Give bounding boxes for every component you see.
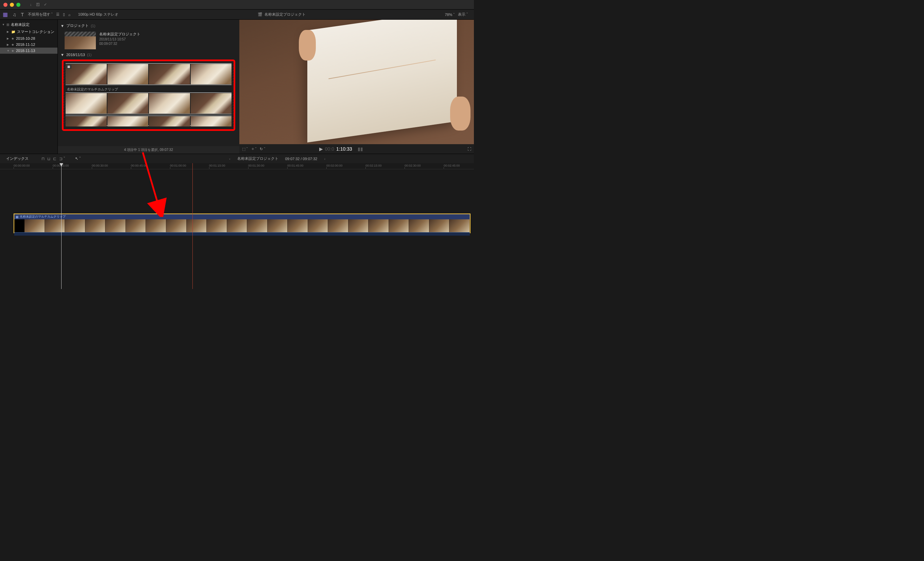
section-count: (1) xyxy=(87,53,92,57)
clip-thumb[interactable] xyxy=(107,64,148,84)
timeline-toolbar: インデックス ⊓ ⊔ ⊏ ⊐ ˇ ↖ ˇ ‹ 名称未設定プロジェクト 09:07… xyxy=(0,154,474,163)
ruler-tick: 00:01:15:00 xyxy=(209,164,225,167)
clip-thumb[interactable] xyxy=(191,64,232,84)
close-window-button[interactable] xyxy=(3,3,8,7)
prev-project-icon[interactable]: ‹ xyxy=(229,157,231,161)
browser-section-date[interactable]: ▼ 2018/11/13 (1) xyxy=(60,51,237,58)
ruler-tick: 00:02:30:00 xyxy=(405,164,421,167)
sidebar-library[interactable]: ▼ ⊞ 名称未設定 xyxy=(0,21,57,28)
clip-thumb[interactable] xyxy=(149,93,190,114)
list-view-icon[interactable]: ▯ xyxy=(63,12,65,16)
browser-section-projects[interactable]: ▼ プロジェクト (1) xyxy=(60,22,237,30)
append-clip-icon[interactable]: ⊏ xyxy=(53,156,56,161)
zoom-dropdown[interactable]: 78% ˇ xyxy=(445,13,454,16)
titlebar-icons: ↓ ⚿ ✓ xyxy=(30,2,47,7)
project-duration: 00:09:07:32 xyxy=(99,42,140,45)
event-icon: ★ xyxy=(11,37,14,40)
checkmark-icon[interactable]: ✓ xyxy=(44,2,47,7)
insert-clip-icon[interactable]: ⊔ xyxy=(47,156,50,161)
timeline[interactable]: 00:00:00:0000:00:15:0000:00:30:0000:00:4… xyxy=(0,163,474,289)
preview-content xyxy=(450,96,471,130)
titles-icon[interactable]: T xyxy=(21,12,24,17)
event-icon: ★ xyxy=(11,49,14,53)
timeline-thumb xyxy=(14,219,24,232)
timeline-thumb xyxy=(449,219,470,232)
project-date: 2018/11/13 10:57 xyxy=(99,38,140,41)
enhance-dropdown[interactable]: ✧ ˇ xyxy=(251,147,256,151)
timeline-thumb xyxy=(308,219,328,232)
maximize-window-button[interactable] xyxy=(16,3,20,7)
event-icon: ★ xyxy=(11,43,14,46)
clip-thumb[interactable] xyxy=(66,116,107,126)
multicam-icon: ▦ xyxy=(16,215,19,219)
browser-status-bar: 4 項目中 1 項目を選択, 09:07:32 xyxy=(58,146,239,154)
clip-thumb[interactable] xyxy=(191,116,232,126)
retime-dropdown[interactable]: ↻ ˇ xyxy=(260,147,265,151)
timeline-thumb xyxy=(429,219,450,232)
clip-thumb[interactable] xyxy=(149,116,190,126)
timecode-display[interactable]: ▶ 00:01:10:33 ▮▮ xyxy=(319,146,363,152)
sidebar-item-event[interactable]: ▶ ★ 2018-11-12 xyxy=(0,42,57,48)
track-area[interactable]: ▦ 名称未設定のマルチカムクリップ xyxy=(0,170,474,282)
photos-icon[interactable]: ♫ xyxy=(13,12,16,17)
key-icon[interactable]: ⚿ xyxy=(36,2,40,7)
timeline-thumb xyxy=(65,219,86,232)
timeline-thumb xyxy=(348,219,369,232)
timeline-clip[interactable]: ▦ 名称未設定のマルチカムクリップ xyxy=(14,213,471,233)
index-button[interactable]: インデックス xyxy=(3,155,31,162)
timeline-thumb xyxy=(328,219,348,232)
disclosure-triangle-icon[interactable]: ▼ xyxy=(2,23,5,26)
viewer-title-label: 名称未設定プロジェクト xyxy=(264,12,306,17)
clip-name-label: 名称未設定のマルチカムクリップ xyxy=(66,86,231,93)
clip-filmstrip[interactable]: ▦ xyxy=(66,63,231,85)
disclosure-triangle-icon[interactable]: ▶ xyxy=(7,43,9,46)
highlighted-clips-annotation: ▦ 名称未設定のマルチカムクリップ xyxy=(62,60,235,131)
search-icon[interactable]: ⌕ xyxy=(68,13,71,16)
project-item[interactable]: 名称未設定プロジェクト 2018/11/13 10:57 00:09:07:32 xyxy=(60,30,237,51)
arrow-down-icon[interactable]: ↓ xyxy=(30,2,32,7)
clip-thumb[interactable] xyxy=(66,93,107,114)
timeline-thumb xyxy=(267,219,288,232)
connect-clip-icon[interactable]: ⊓ xyxy=(42,156,45,161)
minimize-window-button[interactable] xyxy=(10,3,14,7)
transform-tool-dropdown[interactable]: ⬚ ˇ xyxy=(242,147,248,151)
project-thumbnail[interactable] xyxy=(64,32,96,49)
sidebar-item-event[interactable]: ▼ ★ 2018-11-13 xyxy=(0,48,57,54)
audio-waveform[interactable] xyxy=(14,232,470,236)
sidebar-item-smart-collection[interactable]: ▶ 📁 スマートコレクション xyxy=(0,28,57,35)
sidebar-item-label: 2018-11-12 xyxy=(16,42,35,46)
disclosure-triangle-icon[interactable]: ▼ xyxy=(7,49,9,52)
playhead[interactable] xyxy=(61,163,62,289)
disclosure-triangle-icon[interactable]: ▶ xyxy=(7,37,9,40)
clapperboard-icon: 🎬 xyxy=(258,12,262,16)
clip-thumb[interactable] xyxy=(191,93,232,114)
clip-thumb[interactable] xyxy=(149,64,190,84)
section-count: (1) xyxy=(91,24,95,28)
timeline-thumb xyxy=(166,219,187,232)
clip-appearance-icon[interactable]: ☰ xyxy=(56,12,60,16)
clip-thumb[interactable] xyxy=(107,116,148,126)
project-name: 名称未設定プロジェクト xyxy=(99,32,140,37)
window-titlebar: ↓ ⚿ ✓ xyxy=(0,0,474,9)
next-project-icon[interactable]: › xyxy=(324,157,326,161)
timeline-thumb xyxy=(45,219,65,232)
sidebar-item-event[interactable]: ▶ ★ 2018-10-28 xyxy=(0,35,57,42)
disclosure-triangle-icon[interactable]: ▼ xyxy=(60,24,64,28)
clip-filmstrip[interactable] xyxy=(66,116,231,126)
disclosure-triangle-icon[interactable]: ▶ xyxy=(7,30,9,33)
clip-thumb[interactable]: ▦ xyxy=(66,64,107,84)
overwrite-clip-icon[interactable]: ⊐ ˇ xyxy=(59,156,65,161)
clip-thumb[interactable] xyxy=(107,93,148,114)
timeline-thumb xyxy=(126,219,146,232)
disclosure-triangle-icon[interactable]: ▼ xyxy=(60,53,64,57)
view-dropdown[interactable]: 表示 ˇ xyxy=(458,12,468,17)
hide-rejected-dropdown[interactable]: 不採用を隠す ˇ xyxy=(28,12,53,17)
library-icon[interactable]: ▦ xyxy=(3,11,8,18)
select-tool-dropdown[interactable]: ↖ ˇ xyxy=(75,156,81,161)
timeline-ruler[interactable]: 00:00:00:0000:00:15:0000:00:30:0000:00:4… xyxy=(0,163,474,170)
timeline-thumb xyxy=(409,219,429,232)
viewer-canvas[interactable] xyxy=(239,20,474,144)
clip-filmstrip[interactable] xyxy=(66,93,231,114)
ruler-tick: 00:02:00:00 xyxy=(326,164,343,167)
fullscreen-icon[interactable]: ⛶ xyxy=(468,147,471,151)
